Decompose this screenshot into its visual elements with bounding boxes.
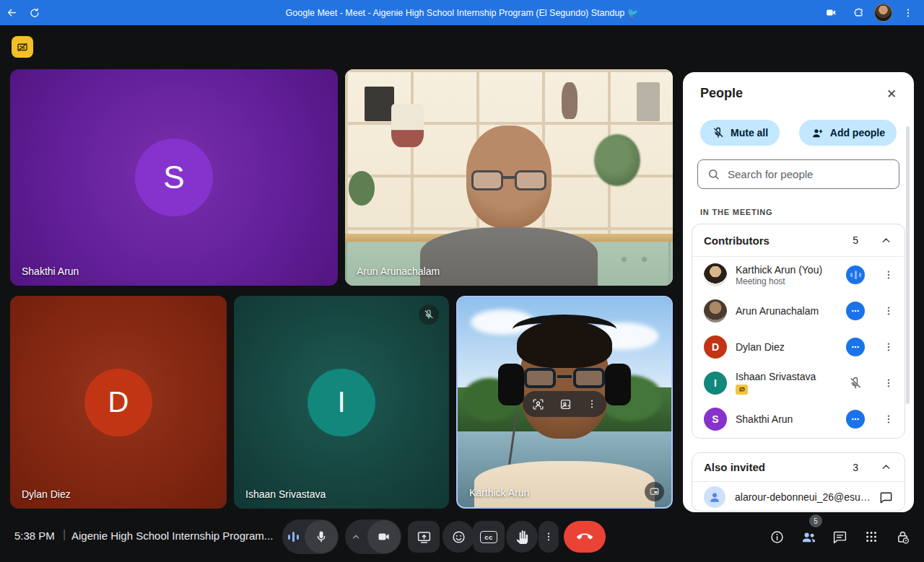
activities-button[interactable] (855, 521, 887, 553)
raise-hand-button[interactable] (506, 521, 538, 553)
info-icon (770, 530, 785, 545)
avatar (704, 299, 727, 322)
participant-name: Dylan Diez (736, 341, 846, 353)
camera-device-chevron (345, 532, 367, 542)
close-panel-button[interactable]: ✕ (879, 82, 904, 106)
video-tile-ishaan[interactable]: I Ishaan Srivastava (234, 296, 449, 509)
audio-dots-icon (850, 413, 861, 425)
chat-button[interactable] (824, 521, 855, 553)
video-tile-shakthi[interactable]: S Shakthi Arun (10, 69, 338, 286)
present-screen-button[interactable] (408, 521, 440, 553)
in-meeting-section-label: IN THE MEETING (700, 208, 772, 216)
meeting-details-button[interactable] (761, 521, 793, 553)
plant-decor (594, 134, 640, 186)
video-tile-arun[interactable]: Arun Arunachalam (345, 69, 673, 286)
meeting-main: S Shakthi Arun (0, 25, 924, 512)
search-icon (707, 167, 720, 181)
participant-menu-button[interactable] (876, 370, 902, 396)
kebab-menu-icon (883, 269, 894, 281)
mic-icon-circle (305, 520, 338, 553)
picture-in-picture-button[interactable] (645, 482, 664, 501)
google-meet-window: Google Meet - Meet - Aigenie High School… (0, 0, 924, 562)
browser-controls (819, 0, 920, 25)
search-people-input[interactable] (728, 168, 890, 180)
panel-scrollbar-thumb[interactable] (906, 126, 910, 404)
videocam-icon (825, 6, 837, 19)
emoji-smile-icon (451, 530, 466, 545)
end-call-button[interactable] (564, 521, 606, 553)
audio-activity-indicator (846, 410, 865, 429)
meeting-control-bar: 5:38 PM | Aigenie High School Internship… (0, 512, 924, 562)
tab-camera-in-use-button[interactable] (819, 1, 842, 25)
reactions-button[interactable] (443, 521, 474, 553)
collapse-contributors-button[interactable] (874, 229, 897, 252)
muted-indicator (846, 374, 865, 392)
tile-name-label: Karthick Arun (469, 487, 529, 499)
collapse-also-invited-button[interactable] (874, 456, 897, 479)
participant-name: Karthick Arun (You) (736, 264, 846, 276)
tile-name-label: Shakthi Arun (22, 265, 79, 277)
people-icon (801, 529, 817, 545)
participant-name: Ishaan Srivastava (736, 371, 846, 382)
video-feed (345, 69, 673, 286)
tile-more-options-button[interactable] (586, 398, 598, 410)
captions-button[interactable]: cc (473, 521, 505, 553)
participant-menu-button[interactable] (876, 298, 902, 324)
browser-back-button[interactable] (0, 1, 23, 25)
participant-menu-button[interactable] (876, 262, 902, 288)
video-tile-dylan[interactable]: D Dylan Diez (10, 296, 227, 509)
participant-name: Shakthi Arun (736, 413, 846, 425)
chevron-up-icon (880, 461, 892, 473)
tile-name-label: Ishaan Srivastava (245, 488, 326, 500)
vase-decor (562, 82, 578, 119)
glasses-bridge (557, 375, 572, 378)
avatar-letter: I (308, 369, 375, 436)
more-options-button[interactable] (539, 521, 559, 553)
browser-extensions-button[interactable] (847, 1, 870, 25)
also-invited-header: Also invited 3 (692, 453, 905, 482)
avatar-letter: S (704, 408, 727, 431)
contributors-header: Contributors 5 (692, 224, 905, 257)
mute-all-button[interactable]: Mute all (700, 120, 780, 146)
participant-row: S Shakthi Arun (692, 401, 905, 437)
contributors-card: Contributors 5 Karthick Arun (You) Meeti… (692, 224, 905, 439)
auto-framing-button[interactable] (531, 398, 545, 411)
group-count: 5 (853, 234, 858, 246)
add-people-button[interactable]: Add people (799, 120, 897, 146)
present-screen-icon (417, 530, 432, 545)
plant-decor (349, 171, 375, 206)
participant-text: Ishaan Srivastava (736, 371, 846, 395)
browser-reload-button[interactable] (23, 1, 46, 25)
media-warning-mini-badge (736, 385, 748, 395)
glasses (471, 170, 546, 189)
chat-icon (879, 491, 893, 504)
media-warning-badge[interactable] (12, 36, 33, 58)
browser-profile-avatar[interactable] (874, 4, 892, 22)
kebab-menu-icon (883, 341, 894, 353)
captions-icon: cc (480, 531, 497, 543)
kebab-menu-icon (586, 398, 598, 410)
kebab-menu-icon (543, 531, 554, 543)
browser-tab-title: Google Meet - Meet - Aigenie High School… (286, 7, 639, 18)
message-invitee-button[interactable] (873, 484, 899, 510)
participant-menu-button[interactable] (876, 334, 902, 360)
people-panel: People ✕ Mute all Add people IN THE MEET… (683, 72, 914, 512)
browser-titlebar: Google Meet - Meet - Aigenie High School… (0, 0, 924, 25)
avatar-letter: S (135, 139, 213, 216)
mic-icon (314, 530, 328, 544)
lamp-decor (391, 104, 424, 147)
video-tile-karthick-self[interactable]: Karthick Arun (456, 296, 673, 509)
glasses-lens (573, 368, 605, 388)
mute-all-label: Mute all (731, 127, 768, 139)
lock-icon (895, 530, 910, 545)
tile-name-label: Arun Arunachalam (357, 265, 440, 277)
glasses-lens (471, 170, 503, 190)
participant-menu-button[interactable] (876, 406, 902, 432)
invitee-text: alarour-debonneui_26@esusds... (735, 491, 873, 503)
cabinet-knob (642, 257, 647, 262)
microphone-button[interactable] (282, 519, 339, 554)
camera-button[interactable] (345, 519, 401, 554)
host-controls-button[interactable] (886, 521, 918, 553)
browser-menu-button[interactable] (897, 1, 920, 25)
visual-effects-button[interactable] (559, 398, 572, 411)
